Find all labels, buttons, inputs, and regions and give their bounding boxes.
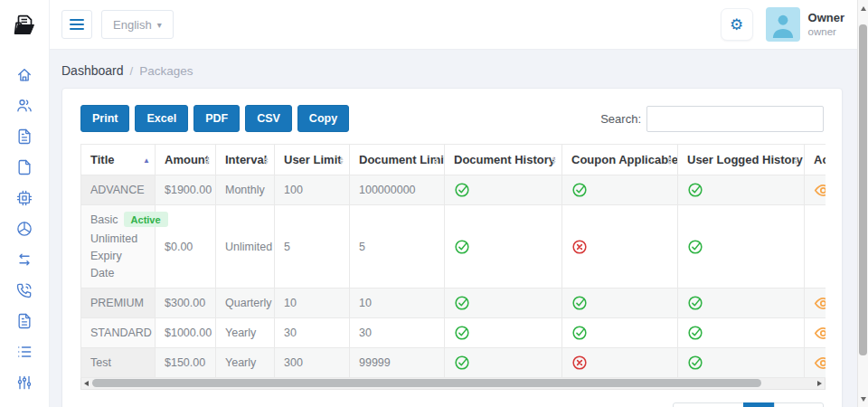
column-header-interval[interactable]: Interval▲▼ bbox=[216, 145, 275, 175]
user-role: owner bbox=[808, 25, 844, 38]
vertical-scrollbar[interactable] bbox=[857, 0, 868, 407]
cell-user-limit: 5 bbox=[275, 205, 350, 289]
package-title: STANDARD bbox=[90, 327, 152, 339]
cell-action bbox=[805, 205, 826, 289]
eye-icon[interactable] bbox=[814, 356, 826, 370]
breadcrumb-packages: Packages bbox=[139, 64, 193, 78]
language-label: English bbox=[113, 18, 152, 32]
sidebar-item-file-invoice[interactable] bbox=[9, 312, 40, 343]
eye-icon[interactable] bbox=[814, 297, 826, 310]
pagination-previous-button[interactable]: Previous bbox=[673, 402, 744, 407]
sidebar-item-file-text[interactable] bbox=[9, 128, 40, 158]
cell-document-limit: 10 bbox=[350, 289, 445, 318]
cell-coupon-applicable bbox=[562, 205, 678, 289]
cell-coupon-applicable bbox=[562, 289, 678, 318]
cell-user-limit: 30 bbox=[275, 318, 350, 348]
sidebar-item-phone-call[interactable] bbox=[9, 281, 40, 312]
list-icon bbox=[15, 343, 33, 361]
sidebar-item-home[interactable] bbox=[9, 66, 40, 97]
vertical-scrollbar-thumb[interactable] bbox=[859, 24, 867, 355]
adjustments-icon bbox=[15, 374, 33, 392]
column-header-document-history[interactable]: Document History▲▼ bbox=[445, 145, 562, 175]
breadcrumb: Dashboard / Packages bbox=[50, 50, 857, 88]
pagination-page-1-button[interactable]: 1 bbox=[743, 402, 775, 407]
export-excel-button[interactable]: Excel bbox=[135, 105, 188, 132]
cell-document-limit: 5 bbox=[350, 205, 445, 289]
packages-card: PrintExcelPDFCSVCopy Search: Title▲Amoun… bbox=[61, 88, 843, 407]
column-header-amount[interactable]: Amount▲▼ bbox=[156, 145, 216, 175]
cell-user-logged-history bbox=[678, 318, 805, 348]
sort-both-icon: ▲▼ bbox=[338, 156, 344, 165]
sidebar-item-cpu[interactable] bbox=[9, 189, 40, 220]
column-header-coupon-applicable[interactable]: Coupon Applicable▲▼ bbox=[562, 145, 678, 175]
cell-coupon-applicable bbox=[562, 175, 678, 205]
cell-interval: Yearly bbox=[216, 348, 275, 378]
package-title: Basic bbox=[90, 213, 118, 226]
export-print-button[interactable]: Print bbox=[80, 105, 129, 132]
column-header-action[interactable]: Action bbox=[805, 145, 826, 175]
circle-check-icon bbox=[454, 239, 470, 255]
search-label: Search: bbox=[600, 112, 641, 126]
sidebar-item-list[interactable] bbox=[9, 343, 40, 374]
horizontal-scrollbar[interactable] bbox=[80, 378, 826, 390]
circle-check-icon bbox=[454, 295, 470, 311]
cell-interval: Monthly bbox=[216, 175, 275, 205]
sidebar-toggle-button[interactable] bbox=[61, 10, 92, 39]
cell-title: ADVANCE bbox=[81, 175, 156, 205]
circle-check-icon bbox=[454, 182, 470, 198]
cell-action bbox=[805, 348, 826, 378]
cell-interval: Yearly bbox=[216, 318, 275, 348]
column-header-title[interactable]: Title▲ bbox=[81, 145, 156, 175]
cell-action bbox=[805, 289, 826, 318]
column-header-user-limit[interactable]: User Limit▲▼ bbox=[275, 145, 350, 175]
eye-icon[interactable] bbox=[814, 184, 826, 197]
circle-check-icon bbox=[687, 239, 703, 255]
table-row: BasicActiveUnlimited Expiry Date$0.00Unl… bbox=[81, 205, 826, 289]
scroll-down-arrow-icon[interactable] bbox=[858, 393, 868, 405]
export-copy-button[interactable]: Copy bbox=[297, 105, 349, 132]
scroll-left-arrow-icon[interactable] bbox=[81, 378, 91, 388]
settings-button[interactable]: ⚙ bbox=[721, 8, 753, 41]
cell-user-logged-history bbox=[678, 205, 805, 289]
main-content: Dashboard / Packages PrintExcelPDFCSVCop… bbox=[50, 50, 857, 407]
sort-asc-icon: ▲ bbox=[143, 156, 150, 164]
column-header-user-logged-history[interactable]: User Logged History▲▼ bbox=[678, 145, 805, 175]
cell-action bbox=[805, 318, 826, 348]
circle-check-icon bbox=[687, 182, 703, 198]
breadcrumb-dashboard[interactable]: Dashboard bbox=[61, 63, 124, 78]
cell-document-limit: 100000000 bbox=[350, 175, 445, 205]
cell-user-logged-history bbox=[678, 348, 805, 378]
sidebar-item-aperture[interactable] bbox=[9, 220, 40, 251]
table-row: PREMIUM$300.00Quarterly1010 bbox=[81, 289, 826, 318]
export-pdf-button[interactable]: PDF bbox=[193, 105, 240, 132]
user-avatar-icon bbox=[766, 7, 800, 42]
sidebar-item-file[interactable] bbox=[9, 158, 40, 189]
folder-document-logo-icon bbox=[10, 11, 39, 40]
scroll-up-arrow-icon[interactable] bbox=[858, 2, 868, 14]
table-row: Test$150.00Yearly30099999 bbox=[81, 348, 826, 378]
cell-user-logged-history bbox=[678, 289, 805, 318]
circle-x-icon bbox=[571, 239, 588, 255]
avatar[interactable] bbox=[766, 7, 800, 42]
package-title: Test bbox=[90, 356, 111, 369]
home-icon bbox=[15, 66, 33, 84]
circle-x-icon bbox=[571, 355, 588, 371]
language-dropdown[interactable]: English ▾ bbox=[101, 10, 174, 39]
sidebar-item-arrows-transfer[interactable] bbox=[9, 251, 40, 281]
cell-user-limit: 100 bbox=[275, 175, 350, 205]
scroll-right-arrow-icon[interactable] bbox=[815, 378, 825, 388]
cell-title: BasicActiveUnlimited Expiry Date bbox=[81, 205, 156, 289]
sidebar-item-adjustments[interactable] bbox=[9, 374, 40, 404]
export-csv-button[interactable]: CSV bbox=[245, 105, 292, 132]
table-row: ADVANCE$1900.00Monthly100100000000 bbox=[81, 175, 826, 205]
sidebar-item-users[interactable] bbox=[9, 97, 40, 128]
search-input[interactable] bbox=[646, 106, 824, 132]
eye-icon[interactable] bbox=[814, 327, 826, 340]
cell-title: PREMIUM bbox=[81, 289, 156, 318]
user-menu[interactable]: Owner owner bbox=[808, 11, 844, 39]
cell-user-logged-history bbox=[678, 175, 805, 205]
column-header-document-limit[interactable]: Document Limit▲▼ bbox=[350, 145, 445, 175]
pagination-next-button[interactable]: Next bbox=[774, 402, 824, 407]
app-logo[interactable] bbox=[0, 0, 50, 50]
horizontal-scrollbar-thumb[interactable] bbox=[92, 379, 761, 387]
